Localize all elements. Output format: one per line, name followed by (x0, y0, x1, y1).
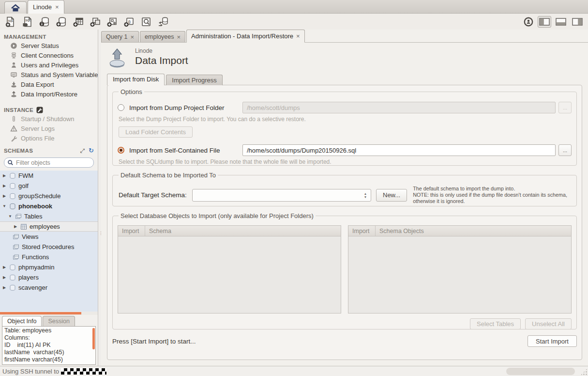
create-function-button[interactable]: () (122, 15, 136, 28)
new-sql-tab-button[interactable]: SQL (4, 15, 17, 28)
search-icon (140, 16, 152, 28)
window-resize-grip[interactable] (580, 368, 588, 376)
toggle-bottom-panel-icon (556, 18, 566, 26)
search-objects-button[interactable] (139, 15, 152, 28)
schema-objects-table[interactable]: Import Schema Objects (348, 225, 572, 313)
chevron-right-icon[interactable]: ▶ (2, 275, 7, 280)
sidebar-item-data-export[interactable]: Data Export (0, 79, 98, 89)
create-view-button[interactable] (89, 15, 102, 28)
radio-import-self-contained-file[interactable] (118, 147, 124, 154)
close-icon[interactable]: × (177, 33, 181, 41)
page-header: Linode Data Import (108, 47, 188, 69)
create-procedure-icon (106, 16, 118, 28)
create-procedure-button[interactable] (106, 15, 119, 28)
schema-inspector-button[interactable] (38, 15, 51, 28)
instance-config-icon[interactable] (36, 107, 43, 113)
dump-folder-path-input[interactable] (242, 102, 556, 113)
connection-tab-linode[interactable]: Linode × (28, 0, 64, 14)
column-schema-objects: Schema Objects (376, 228, 424, 235)
tree-item-tables[interactable]: ▼ Tables (0, 211, 98, 221)
combobox-spinner[interactable]: ▲ ▼ (360, 189, 371, 201)
schema-icon (9, 172, 16, 179)
tab-session[interactable]: Session (43, 316, 75, 326)
object-info-panel: Table: employees Columns: ID int(11) AI … (2, 326, 96, 365)
object-info-line: firstName varchar(45) (4, 356, 93, 363)
connection-status-button[interactable] (522, 15, 535, 28)
sidebar-horizontal-splitter[interactable]: ∙∙∙ (0, 312, 98, 315)
data-import-content: Linode Data Import Import from Disk Impo… (101, 43, 588, 366)
new-schema-button[interactable]: New... (376, 189, 407, 202)
object-info-scrollbar[interactable] (92, 328, 95, 349)
unselect-all-button[interactable]: Unselect All (525, 318, 572, 329)
home-tab[interactable] (4, 1, 27, 14)
tab-import-progress[interactable]: Import Progress (166, 75, 222, 85)
tree-item-scavenger[interactable]: ▶ scavenger (0, 282, 98, 293)
browse-folder-button[interactable]: ... (558, 102, 572, 113)
instance-section-header: INSTANCE (0, 103, 98, 114)
tree-item-golf[interactable]: ▶ golf (0, 181, 98, 191)
radio-self-contained-label: Import from Self-Contained File (129, 147, 220, 154)
chevron-down-icon[interactable]: ▼ (8, 214, 13, 219)
start-import-button[interactable]: Start Import (528, 335, 577, 347)
options-legend: Options (119, 88, 144, 95)
tab-import-from-disk[interactable]: Import from Disk (107, 74, 165, 85)
tab-administration-data-import[interactable]: Administration - Data Import/Restore × (186, 30, 305, 43)
toggle-bottom-panel-button[interactable] (554, 16, 568, 28)
schema-filter-input[interactable] (16, 159, 94, 166)
sidebar-item-server-logs[interactable]: Server Logs (0, 124, 98, 133)
tab-query-1[interactable]: Query 1 × (101, 31, 139, 42)
chevron-right-icon[interactable]: ▶ (2, 184, 7, 188)
refresh-schemas-icon[interactable]: ↻ (89, 147, 94, 154)
management-title: MANAGEMENT (4, 34, 46, 40)
sql-file-path-input[interactable] (242, 144, 556, 156)
sidebar-item-server-status[interactable]: Server Status (0, 41, 98, 50)
tree-item-stored-procedures[interactable]: Stored Procedures (0, 242, 98, 252)
create-table-button[interactable] (72, 15, 85, 28)
tree-item-players[interactable]: ▶ players (0, 272, 98, 282)
chevron-right-icon[interactable]: ▶ (2, 285, 7, 290)
tab-employees[interactable]: employees × (140, 31, 185, 42)
tree-item-phonebook[interactable]: ▼ phonebook (0, 201, 98, 211)
import-icon (10, 91, 17, 98)
chevron-right-icon[interactable]: ▶ (13, 224, 18, 229)
toggle-right-sidebar-button[interactable] (571, 16, 584, 28)
sidebar-item-options-file[interactable]: Options File (0, 133, 98, 143)
toggle-left-sidebar-button[interactable] (538, 16, 551, 28)
tree-item-phpmyadmin[interactable]: ▶ phpmyadmin (0, 262, 98, 272)
close-icon[interactable]: × (55, 3, 59, 11)
select-tables-button[interactable]: Select Tables (470, 318, 521, 329)
object-info-line: lastName varchar(45) (4, 349, 93, 356)
status-pill (506, 368, 575, 375)
chevron-right-icon[interactable]: ▶ (2, 194, 7, 198)
tab-object-info[interactable]: Object Info (2, 316, 42, 326)
chevron-right-icon[interactable]: ▶ (2, 265, 7, 269)
column-import: Import (348, 226, 376, 236)
tree-item-fwm[interactable]: ▶ FWM (0, 171, 98, 181)
sidebar-item-users-privileges[interactable]: Users and Privileges (0, 60, 98, 70)
schema-table[interactable]: Import Schema (118, 225, 341, 313)
redacted-hostname (61, 368, 106, 375)
tree-item-functions[interactable]: Functions (0, 252, 98, 262)
chevron-right-icon[interactable]: ▶ (2, 173, 7, 178)
sidebar-item-startup-shutdown[interactable]: Startup / Shutdown (0, 114, 98, 124)
chevron-down-icon[interactable]: ▼ (2, 204, 7, 208)
tree-item-views[interactable]: Views (0, 232, 98, 242)
import-from-disk-panel: Options Import from Dump Project Folder … (107, 85, 582, 360)
expand-schemas-icon[interactable]: ⤢ (80, 147, 85, 154)
load-folder-contents-button[interactable]: Load Folder Contents (119, 126, 193, 138)
tree-item-employees[interactable]: ▶ employees (0, 221, 98, 232)
sync-database-button[interactable] (156, 15, 169, 28)
sidebar-item-data-import-restore[interactable]: Data Import/Restore (0, 89, 98, 99)
procedures-folder-icon (13, 244, 19, 251)
sidebar-item-status-system-variables[interactable]: Status and System Variables (0, 70, 98, 79)
open-sql-script-button[interactable]: SQL (21, 15, 34, 28)
create-schema-button[interactable] (55, 15, 68, 28)
sidebar-item-client-connections[interactable]: Client Connections (0, 50, 98, 60)
tree-item-groupschedule[interactable]: ▶ groupSchedule (0, 191, 98, 201)
close-icon[interactable]: × (296, 32, 300, 40)
browse-file-button[interactable]: ... (558, 144, 572, 156)
radio-import-dump-folder[interactable] (118, 104, 124, 111)
default-target-schema-combobox[interactable]: ▲ ▼ (192, 189, 371, 202)
close-icon[interactable]: × (130, 33, 134, 41)
schemas-section-header: SCHEMAS ⤢ ↻ (0, 143, 98, 155)
